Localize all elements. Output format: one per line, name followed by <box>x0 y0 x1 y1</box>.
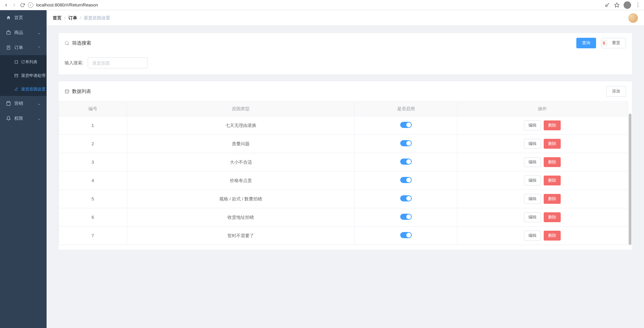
home-icon <box>6 15 11 20</box>
site-info-icon[interactable]: i <box>28 2 33 8</box>
avatar[interactable] <box>628 13 638 23</box>
cell-enabled <box>355 227 457 245</box>
data-table: 编号 原因类型 是否启用 操作 1 七天无理由退换 编辑 删除 2 质量问题 <box>58 101 628 245</box>
delete-button[interactable]: 删除 <box>544 139 561 149</box>
delete-button[interactable]: 删除 <box>544 157 561 167</box>
search-icon <box>65 41 69 46</box>
edit-button[interactable]: 编辑 <box>524 231 541 241</box>
sidebar-item-label: 商品 <box>14 30 23 36</box>
sidebar-item-label: 营销 <box>14 100 23 106</box>
cell-ops: 编辑 删除 <box>457 171 628 190</box>
sidebar-item-permission[interactable]: 权限 ⌄ <box>0 111 47 126</box>
sidebar-item-label: 订单列表 <box>21 59 37 65</box>
cell-reason: 收货地址拍错 <box>127 208 355 227</box>
col-enabled: 是否启用 <box>355 102 457 116</box>
cell-enabled <box>355 208 457 227</box>
cell-id: 1 <box>59 116 127 135</box>
delete-button[interactable]: 删除 <box>544 176 561 185</box>
edit-button[interactable]: 编辑 <box>524 120 541 130</box>
cell-ops: 编辑 删除 <box>457 227 628 245</box>
svg-rect-8 <box>15 61 18 63</box>
cell-reason: 价格有点贵 <box>127 171 355 190</box>
star-icon[interactable] <box>614 2 620 8</box>
sidebar-item-home[interactable]: 首页 <box>0 10 47 25</box>
toggle-switch[interactable] <box>400 214 412 220</box>
toggle-switch[interactable] <box>400 232 412 238</box>
forward-icon[interactable] <box>12 2 17 8</box>
delete-button[interactable]: 删除 <box>544 194 561 204</box>
reload-icon[interactable] <box>20 2 25 8</box>
sidebar-sub-order-list[interactable]: 订单列表 <box>0 55 47 69</box>
edit-button[interactable]: 编辑 <box>524 176 541 185</box>
chevron-down-icon: ⌄ <box>38 117 40 120</box>
breadcrumb-home[interactable]: 首页 <box>53 15 62 21</box>
sidebar-item-product[interactable]: 商品 ⌄ <box>0 25 47 40</box>
delete-button[interactable]: 删除 <box>544 212 561 222</box>
toggle-switch[interactable] <box>400 140 412 146</box>
search-input[interactable] <box>88 58 148 68</box>
key-icon[interactable] <box>605 2 610 8</box>
sidebar-item-marketing[interactable]: 营销 ⌄ <box>0 96 47 111</box>
cell-enabled <box>355 153 457 171</box>
table-scrollbar[interactable] <box>629 114 631 245</box>
url-bar[interactable]: localhost:8080/#/ReturnReason <box>36 2 602 7</box>
back-icon[interactable] <box>3 2 9 8</box>
toggle-switch[interactable] <box>400 159 412 165</box>
scrollbar-thumb[interactable] <box>629 114 631 245</box>
search-title: 筛选搜索 <box>72 40 91 46</box>
chevron-down-icon: ⌄ <box>38 102 40 105</box>
content: 筛选搜索 查询 S ⌨ 重置 输入搜索: <box>47 26 644 328</box>
col-ops: 操作 <box>457 102 628 116</box>
col-id: 编号 <box>59 102 127 116</box>
edit-button[interactable]: 编辑 <box>524 212 541 222</box>
svg-point-0 <box>606 5 607 6</box>
toggle-switch[interactable] <box>400 177 412 183</box>
toggle-switch[interactable] <box>400 195 412 201</box>
table-row: 1 七天无理由退换 编辑 删除 <box>59 116 628 135</box>
menu-dots-icon[interactable]: ⋮ <box>635 2 641 8</box>
breadcrumb: 首页 / 订单 / 退货原因设置 <box>53 15 110 21</box>
table-row: 6 收货地址拍错 编辑 删除 <box>59 208 628 227</box>
table-row: 4 价格有点贵 编辑 删除 <box>59 171 628 190</box>
header: 首页 / 订单 / 退货原因设置 <box>47 10 644 26</box>
edit-icon <box>14 87 18 91</box>
edit-button[interactable]: 编辑 <box>524 194 541 204</box>
cell-ops: 编辑 删除 <box>457 135 628 153</box>
edit-button[interactable]: 编辑 <box>524 139 541 149</box>
cell-enabled <box>355 116 457 135</box>
cell-reason: 七天无理由退换 <box>127 116 355 135</box>
table-row: 5 规格 / 款式 / 数量拍错 编辑 删除 <box>59 190 628 208</box>
svg-rect-4 <box>7 32 11 34</box>
profile-icon[interactable] <box>624 1 631 9</box>
search-card: 筛选搜索 查询 S ⌨ 重置 输入搜索: <box>58 33 632 75</box>
sidebar-sub-return-reason[interactable]: 退货原因设置 <box>0 82 47 96</box>
svg-line-2 <box>609 3 609 4</box>
cell-ops: 编辑 删除 <box>457 153 628 171</box>
list-icon <box>14 60 18 64</box>
sidebar-item-label: 退货申请处理 <box>21 73 46 79</box>
table-row: 3 大小不合适 编辑 删除 <box>59 153 628 171</box>
add-button[interactable]: 添加 <box>606 86 626 97</box>
query-button[interactable]: 查询 <box>576 38 596 48</box>
breadcrumb-order[interactable]: 订单 <box>68 15 77 21</box>
svg-point-12 <box>65 41 68 44</box>
cell-id: 2 <box>59 135 127 153</box>
chevron-down-icon: ⌄ <box>38 31 40 35</box>
toggle-switch[interactable] <box>400 122 412 128</box>
edit-button[interactable]: 编辑 <box>524 157 541 167</box>
delete-button[interactable]: 删除 <box>544 231 561 241</box>
sidebar: 首页 商品 ⌄ 订单 ⌃ 订单列表 退货申请处理 退货原因设置 营销 ⌄ <box>0 10 47 328</box>
sidebar-item-label: 退货原因设置 <box>21 86 46 92</box>
delete-button[interactable]: 删除 <box>544 120 561 130</box>
breadcrumb-sep: / <box>80 15 81 20</box>
cell-enabled <box>355 135 457 153</box>
cell-id: 3 <box>59 153 127 171</box>
sidebar-sub-return-apply[interactable]: 退货申请处理 <box>0 69 47 82</box>
cell-enabled <box>355 190 457 208</box>
marketing-icon <box>6 101 11 106</box>
sidebar-item-label: 首页 <box>14 15 23 21</box>
cell-id: 6 <box>59 208 127 227</box>
breadcrumb-current: 退货原因设置 <box>84 15 110 21</box>
cell-id: 7 <box>59 227 127 245</box>
sidebar-item-order[interactable]: 订单 ⌃ <box>0 40 47 55</box>
